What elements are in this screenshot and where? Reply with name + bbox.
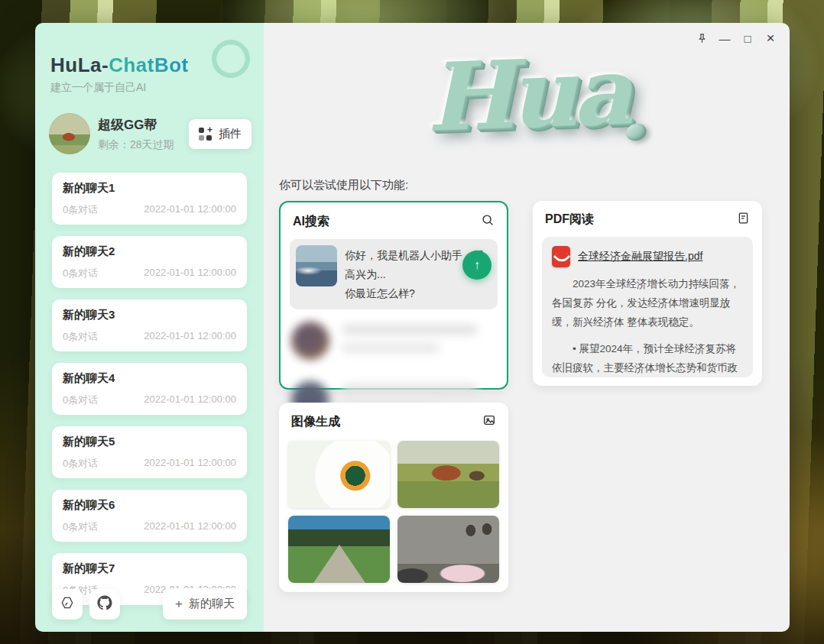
chat-time: 2022-01-01 12:00:00 (144, 330, 236, 344)
chat-title: 新的聊天6 (63, 498, 236, 513)
pdf-reader-card: PDF阅读 全球经济金融展望报告.pdf 2023年全球经济增长动力持续回落，各… (533, 201, 762, 386)
chat-title: 新的聊天7 (63, 561, 236, 576)
image-generation-title: 图像生成 (291, 414, 340, 430)
chat-time: 2022-01-01 12:00:00 (144, 267, 236, 280)
search-icon (481, 213, 495, 230)
bot-message-row: 你好，我是机器人小助手，很高兴为... 你最近怎么样? ↑ (290, 239, 498, 309)
chat-count: 0条对话 (63, 267, 98, 280)
pdf-file-row: 全球经济金融展望报告.pdf (552, 246, 743, 267)
pushpin-icon (696, 33, 708, 44)
logo-dot (624, 121, 648, 143)
chat-list-item-2[interactable]: 新的聊天2 0条对话2022-01-01 12:00:00 (52, 236, 247, 288)
openai-logo-icon (210, 38, 251, 79)
chat-count: 0条对话 (63, 520, 98, 534)
chat-list-item-3[interactable]: 新的聊天3 0条对话2022-01-01 12:00:00 (52, 299, 247, 351)
chat-title: 新的聊天2 (63, 244, 236, 259)
pdf-preview-box: 全球经济金融展望报告.pdf 2023年全球经济增长动力持续回落，各国复苏 分化… (542, 237, 753, 377)
app-window: HuLa-ChatBot 建立一个属于自己AI (35, 23, 790, 632)
pin-button[interactable] (690, 28, 713, 48)
sidebar-footer: + 新的聊天 (52, 588, 247, 620)
ai-search-title: AI搜索 (293, 214, 329, 230)
hula-3d-logo: Hua (425, 39, 629, 148)
close-button[interactable]: × (759, 28, 782, 48)
chat-count: 0条对话 (63, 393, 98, 407)
chat-count: 0条对话 (63, 203, 98, 217)
features-hint: 你可以尝试使用以下功能: (279, 178, 408, 193)
chat-time: 2022-01-01 12:00:00 (144, 393, 236, 407)
user-name: 超级GG帮 (98, 116, 189, 134)
chat-count: 0条对话 (63, 457, 98, 471)
blurred-avatar (291, 322, 329, 360)
github-icon (97, 595, 112, 613)
chat-title: 新的聊天1 (63, 181, 236, 196)
generated-image-farm[interactable] (397, 441, 499, 508)
send-button[interactable]: ↑ (462, 251, 491, 280)
plugin-button-label: 插件 (219, 127, 242, 141)
chat-count: 0条对话 (63, 330, 98, 344)
plugin-button[interactable]: + 插件 (189, 119, 251, 149)
window-controls: — □ × (690, 28, 782, 48)
user-expiry: 剩余：28天过期 (98, 138, 189, 152)
app-title-accent: ChatBot (109, 53, 189, 76)
chat-title: 新的聊天5 (63, 435, 236, 449)
chat-time: 2022-01-01 12:00:00 (144, 520, 236, 534)
main-area: — □ × Hua 你可以尝试使用以下功能: AI搜索 你好，我是 (264, 23, 790, 632)
message-thumbnail-sea (296, 245, 337, 286)
generated-image-path[interactable] (288, 516, 390, 583)
chat-title: 新的聊天3 (63, 308, 236, 322)
chat-list: 新的聊天1 0条对话2022-01-01 12:00:00 新的聊天2 0条对话… (52, 173, 247, 605)
chat-list-item-4[interactable]: 新的聊天4 0条对话2022-01-01 12:00:00 (52, 363, 247, 415)
sidebar: HuLa-ChatBot 建立一个属于自己AI (35, 23, 264, 632)
maximize-button[interactable]: □ (736, 28, 759, 48)
arrow-up-icon: ↑ (474, 258, 480, 272)
user-row: 超级GG帮 剩余：28天过期 + 插件 (49, 113, 251, 154)
chat-time: 2022-01-01 12:00:00 (144, 203, 236, 217)
pdf-file-icon (552, 246, 570, 267)
user-avatar[interactable] (49, 113, 90, 154)
plugin-icon: + (199, 128, 212, 141)
pdf-paragraph-1: 2023年全球经济增长动力持续回落，各国复苏 分化，发达经济体增速明显放缓，新兴… (552, 275, 743, 332)
minimize-button[interactable]: — (713, 28, 736, 48)
ai-search-card: AI搜索 你好，我是机器人小助手，很高兴为... 你最近怎么样? ↑ (279, 201, 508, 390)
github-button[interactable] (89, 589, 120, 620)
blurred-row (291, 322, 496, 361)
chat-list-item-5[interactable]: 新的聊天5 0条对话2022-01-01 12:00:00 (52, 426, 247, 478)
document-icon (737, 212, 750, 228)
hexagon-clock-icon (60, 595, 75, 613)
image-generation-card: 图像生成 (279, 403, 508, 592)
app-subtitle: 建立一个属于自己AI (50, 81, 248, 95)
chat-list-item-1[interactable]: 新的聊天1 0条对话2022-01-01 12:00:00 (52, 173, 247, 225)
generated-image-grid (288, 441, 499, 583)
chat-title: 新的聊天4 (63, 371, 236, 386)
new-chat-label: 新的聊天 (189, 597, 235, 611)
user-meta: 超级GG帮 剩余：28天过期 (98, 116, 189, 152)
hero-logo-wrap: Hua (264, 43, 790, 145)
chat-list-item-6[interactable]: 新的聊天6 0条对话2022-01-01 12:00:00 (52, 490, 247, 542)
generated-image-daisy[interactable] (288, 441, 390, 508)
pdf-reader-title: PDF阅读 (545, 212, 594, 228)
pdf-paragraph-2: • 展望2024年，预计全球经济复苏将依旧疲软，主要经济体增长态势和货币政策走势… (552, 340, 743, 377)
chat-time: 2022-01-01 12:00:00 (144, 457, 236, 471)
theme-button[interactable] (52, 589, 83, 620)
app-title-primary: HuLa- (50, 53, 109, 76)
new-chat-button[interactable]: + 新的聊天 (163, 588, 247, 620)
brand-header: HuLa-ChatBot 建立一个属于自己AI (35, 23, 264, 95)
plus-icon: + (175, 597, 183, 610)
generated-image-building[interactable] (397, 516, 499, 583)
image-icon (482, 413, 496, 430)
pdf-file-link[interactable]: 全球经济金融展望报告.pdf (578, 250, 702, 264)
bot-message-line2: 你最近怎么样? (345, 284, 491, 303)
